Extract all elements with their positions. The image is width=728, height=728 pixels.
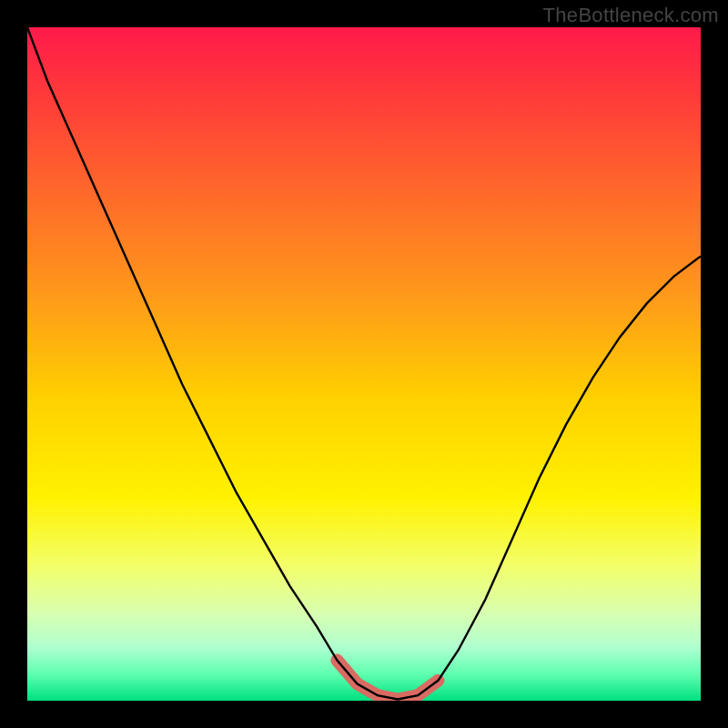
chart-frame: TheBottleneck.com — [0, 0, 728, 728]
watermark-text: TheBottleneck.com — [543, 4, 719, 27]
bottleneck-curve — [27, 27, 701, 701]
plot-area — [27, 27, 701, 701]
